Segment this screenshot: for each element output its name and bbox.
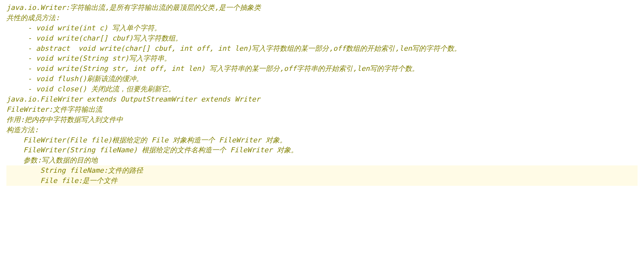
comment-line: FileWriter(String fileName) 根据给定的文件名构造一个… <box>6 145 638 155</box>
comment-line: 构造方法: <box>6 125 638 135</box>
comment-line: - void flush()刷新该流的缓冲。 <box>6 74 638 84</box>
comment-line: FileWriter:文件字符输出流 <box>6 104 638 115</box>
comment-line: java.io.Writer:字符输出流,是所有字符输出流的最顶层的父类,是一个… <box>6 3 638 13</box>
comment-line-cursor: File file:是一个文件 <box>6 176 638 186</box>
comment-line: - void write(int c) 写入单个字符。 <box>6 23 638 33</box>
comment-line: 参数:写入数据的目的地 <box>6 155 638 165</box>
comment-line: 共性的成员方法: <box>6 13 638 23</box>
comment-line: - void write(String str)写入字符串。 <box>6 53 638 64</box>
comment-line: String fileName:文件的路径 <box>6 165 638 176</box>
comment-line: - void write(String str, int off, int le… <box>6 64 638 74</box>
comment-line: java.io.FileWriter extends OutputStreamW… <box>6 94 638 104</box>
comment-line: FileWriter(File file)根据给定的 File 对象构造一个 F… <box>6 135 638 145</box>
comment-line: - void close() 关闭此流，但要先刷新它。 <box>6 84 638 94</box>
comment-line: - void write(char[] cbuf)写入字符数组。 <box>6 33 638 43</box>
comment-line: 作用:把内存中字符数据写入到文件中 <box>6 115 638 125</box>
comment-line: - abstract void write(char[] cbuf, int o… <box>6 43 638 54</box>
